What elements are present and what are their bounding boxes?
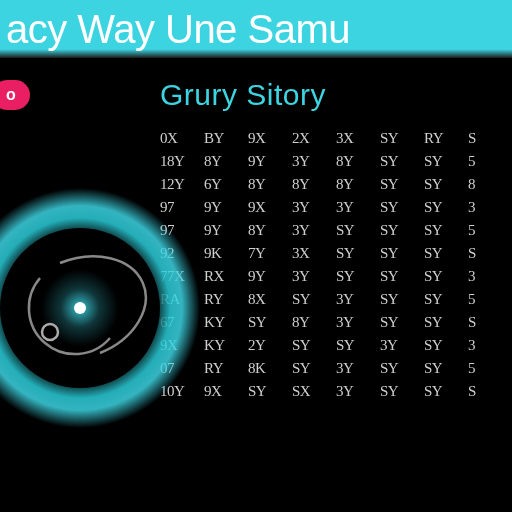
grid-cell: SY [292, 337, 336, 354]
pink-badge[interactable]: o [0, 80, 30, 110]
grid-cell: SY [424, 314, 468, 331]
grid-cell: 8Y [204, 153, 248, 170]
grid-cell: 8Y [248, 176, 292, 193]
grid-cell: 8Y [336, 176, 380, 193]
grid-cell: S [468, 383, 512, 400]
grid-cell: 3 [468, 268, 512, 285]
grid-cell: 3Y [336, 199, 380, 216]
grid-cell: 9X [248, 199, 292, 216]
grid-cell: SY [336, 337, 380, 354]
grid-cell: BY [204, 130, 248, 147]
svg-point-4 [42, 324, 58, 340]
header-title: acy Way Une Samu [6, 7, 350, 52]
grid-row: 67KYSY8Y3YSYSYS [160, 314, 512, 331]
grid-cell: 6Y [204, 176, 248, 193]
grid-cell: SY [424, 291, 468, 308]
grid-row: 979Y9X3Y3YSYSY3 [160, 199, 512, 216]
grid-cell: RY [204, 291, 248, 308]
grid-cell: SY [248, 383, 292, 400]
grid-cell: 5 [468, 153, 512, 170]
grid-cell: SY [424, 337, 468, 354]
data-grid: 0XBY9X2X3XSYRYS18Y8Y9Y3Y8YSYSY512Y6Y8Y8Y… [160, 130, 512, 400]
grid-cell: 3Y [292, 268, 336, 285]
grid-cell: 2X [292, 130, 336, 147]
grid-cell: SY [336, 222, 380, 239]
grid-cell: SY [380, 176, 424, 193]
grid-cell: 3Y [336, 291, 380, 308]
grid-cell: 3Y [380, 337, 424, 354]
grid-cell: 9Y [248, 268, 292, 285]
grid-cell: 7Y [248, 245, 292, 262]
grid-cell: SY [424, 153, 468, 170]
grid-cell: 3Y [292, 222, 336, 239]
grid-row: 9XKY2YSYSY3YSY3 [160, 337, 512, 354]
grid-row: 07RY8KSY3YSYSY5 [160, 360, 512, 377]
grid-cell: SY [380, 245, 424, 262]
grid-cell: 8X [248, 291, 292, 308]
grid-cell: 3X [292, 245, 336, 262]
grid-cell: SY [424, 360, 468, 377]
grid-cell: 5 [468, 291, 512, 308]
grid-cell: 8Y [336, 153, 380, 170]
grid-cell: RY [204, 360, 248, 377]
grid-cell: 8K [248, 360, 292, 377]
grid-cell: 3Y [336, 314, 380, 331]
grid-cell: SY [380, 153, 424, 170]
grid-row: 929K7Y3XSYSYSYS [160, 245, 512, 262]
grid-cell: SY [248, 314, 292, 331]
grid-cell: 3Y [336, 383, 380, 400]
grid-cell: KY [204, 314, 248, 331]
grid-cell: RX [204, 268, 248, 285]
grid-row: 979Y8Y3YSYSYSY5 [160, 222, 512, 239]
grid-cell: S [468, 130, 512, 147]
grid-cell: SY [380, 268, 424, 285]
grid-cell: SY [424, 176, 468, 193]
grid-cell: SY [424, 222, 468, 239]
grid-cell: SY [424, 268, 468, 285]
grid-cell: 3Y [292, 199, 336, 216]
grid-cell: SY [380, 314, 424, 331]
grid-cell: 5 [468, 360, 512, 377]
grid-cell: 3X [336, 130, 380, 147]
grid-cell: SY [424, 245, 468, 262]
grid-cell: 5 [468, 222, 512, 239]
header-bar: acy Way Une Samu [0, 0, 512, 58]
grid-cell: 9Y [204, 222, 248, 239]
grid-cell: S [468, 245, 512, 262]
grid-cell: 18Y [160, 153, 204, 170]
grid-cell: 2Y [248, 337, 292, 354]
grid-cell: 3Y [336, 360, 380, 377]
grid-cell: SY [380, 199, 424, 216]
grid-cell: SY [424, 199, 468, 216]
grid-cell: 8Y [292, 176, 336, 193]
cosmic-orbit-graphic [0, 178, 210, 438]
grid-cell: SY [380, 222, 424, 239]
grid-cell: 9Y [204, 199, 248, 216]
grid-row: 0XBY9X2X3XSYRYS [160, 130, 512, 147]
grid-cell: 3 [468, 337, 512, 354]
grid-cell: SY [292, 360, 336, 377]
left-column: o [0, 58, 152, 512]
grid-cell: 8Y [292, 314, 336, 331]
grid-cell: SY [292, 291, 336, 308]
grid-cell: 9X [248, 130, 292, 147]
body: o [0, 58, 512, 512]
grid-cell: 9K [204, 245, 248, 262]
grid-cell: 8 [468, 176, 512, 193]
grid-cell: 3 [468, 199, 512, 216]
grid-cell: SY [336, 268, 380, 285]
grid-cell: 9X [204, 383, 248, 400]
subtitle: Grury Sitory [160, 78, 512, 112]
grid-cell: 8Y [248, 222, 292, 239]
grid-cell: SY [380, 291, 424, 308]
grid-cell: SY [380, 360, 424, 377]
svg-point-3 [74, 302, 86, 314]
grid-cell: SY [380, 383, 424, 400]
grid-cell: SY [336, 245, 380, 262]
grid-cell: SY [380, 130, 424, 147]
grid-cell: SY [424, 383, 468, 400]
grid-row: RARY8XSY3YSYSY5 [160, 291, 512, 308]
grid-cell: RY [424, 130, 468, 147]
grid-row: 12Y6Y8Y8Y8YSYSY8 [160, 176, 512, 193]
grid-row: 77XRX9Y3YSYSYSY3 [160, 268, 512, 285]
